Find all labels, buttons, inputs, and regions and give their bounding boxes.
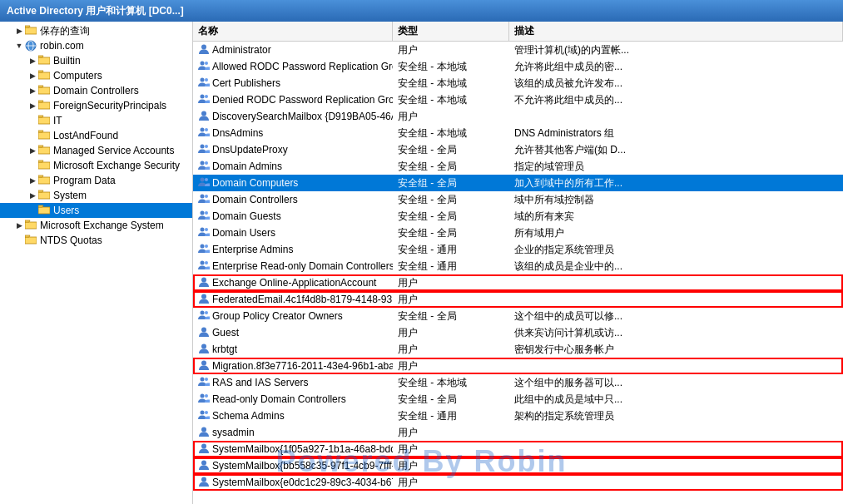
cell-type: 用户 [393,291,509,308]
cell-name-text: Group Policy Creator Owners [212,310,343,322]
table-row[interactable]: Group Policy Creator Owners安全组 - 全局这个组中的… [193,308,843,324]
table-row[interactable]: sysadmin用户 [193,424,843,441]
tree-label: Users [53,205,79,216]
tree-toggle[interactable] [27,205,38,216]
svg-point-7 [205,78,208,82]
cell-type: 安全组 - 本地域 [393,75,509,91]
tree-toggle[interactable]: ▶ [27,55,38,67]
svg-point-18 [205,178,208,181]
tree-toggle[interactable]: ▶ [27,70,38,82]
table-row[interactable]: Domain Users安全组 - 全局所有域用户 [193,225,843,241]
table-row[interactable]: Domain Admins安全组 - 全局指定的域管理员 [193,158,843,175]
tree-toggle[interactable]: ▶ [13,25,25,37]
table-row[interactable]: Migration.8f3e7716-2011-43e4-96b1-aba62d… [193,358,843,374]
table-row[interactable]: DiscoverySearchMailbox {D919BA05-46A6-41… [193,108,843,125]
cell-name: sysadmin [193,424,393,441]
tree-item-system[interactable]: ▶System [0,188,192,203]
user-icon [198,326,210,340]
tree-toggle[interactable] [27,160,38,171]
cell-desc [509,457,843,474]
table-row[interactable]: Enterprise Admins安全组 - 通用企业的指定系统管理员 [193,241,843,258]
table-row[interactable]: krbtgt用户密钥发行中心服务帐户 [193,341,843,358]
table-row[interactable]: SystemMailbox{1f05a927-1b1a-46a8-bdd5-93… [193,441,843,457]
tree-toggle[interactable] [27,130,38,141]
table-row[interactable]: SystemMailbox{e0dc1c29-89c3-4034-b678-e6… [193,474,843,491]
tree-item-computers[interactable]: ▶Computers [0,68,192,83]
table-row[interactable]: Exchange Online-ApplicationAccount用户 [193,274,843,291]
table-row[interactable]: DnsAdmins安全组 - 本地域DNS Administrators 组 [193,125,843,141]
tree-item-robin-com[interactable]: ▼robin.com [0,38,192,53]
group-icon [198,309,210,324]
tree-label: Computers [53,70,102,82]
cell-name-text: Denied RODC Password Replication Group [212,94,393,106]
table-row[interactable]: Allowed RODC Password Replication Group安… [193,58,843,75]
table-row[interactable]: Guest用户供来宾访问计算机或访... [193,324,843,341]
tree-item-builtin[interactable]: ▶Builtin [0,53,192,68]
svg-point-32 [205,311,208,314]
user-icon [198,110,210,124]
tree-item-managed-service[interactable]: ▶Managed Service Accounts [0,143,192,158]
table-row[interactable]: Enterprise Read-only Domain Controllers安… [193,258,843,274]
table-row[interactable]: Domain Computers安全组 - 全局加入到域中的所有工作... [193,175,843,191]
tree-toggle[interactable]: ▶ [27,85,38,96]
tree-toggle[interactable]: ▶ [27,145,38,156]
table-row[interactable]: Schema Admins安全组 - 通用架构的指定系统管理员 [193,408,843,424]
tree-item-ms-exchange-security[interactable]: Microsoft Exchange Security [0,158,192,173]
cell-name: Domain Controllers [193,191,393,208]
folder-icon [38,145,52,156]
cell-desc [509,108,843,125]
group-icon [198,393,210,407]
cell-type: 用户 [393,457,509,474]
tree-item-domain-controllers[interactable]: ▶Domain Controllers [0,83,192,98]
table-row[interactable]: Domain Controllers安全组 - 全局域中所有域控制器 [193,191,843,208]
table-row[interactable]: Domain Guests安全组 - 全局域的所有来宾 [193,208,843,225]
svg-point-5 [205,62,208,65]
tree-item-it[interactable]: IT [0,113,192,128]
table-row[interactable]: Denied RODC Password Replication Group安全… [193,91,843,108]
tree-toggle[interactable]: ▶ [13,220,25,231]
cell-desc: 域的所有来宾 [509,208,843,225]
cell-type: 用户 [393,341,509,358]
cell-name: Schema Admins [193,408,393,424]
svg-point-44 [201,460,206,465]
tree-toggle[interactable] [27,115,38,126]
svg-point-36 [201,377,205,381]
svg-point-28 [205,261,208,264]
cell-name: FederatedEmail.4c1f4d8b-8179-4148-93bf-0… [193,291,393,308]
group-icon [198,176,210,190]
cell-desc: 允许替其他客户端(如 D... [509,141,843,158]
cell-desc: 此组中的成员是域中只... [509,391,843,408]
svg-point-20 [205,195,208,198]
tree-item-ntds-quotas[interactable]: NTDS Quotas [0,233,192,248]
tree-toggle[interactable]: ▶ [27,175,38,186]
cell-name-text: FederatedEmail.4c1f4d8b-8179-4148-93bf-0… [212,294,393,305]
table-row[interactable]: Read-only Domain Controllers安全组 - 全局此组中的… [193,391,843,408]
tree-item-program-data[interactable]: ▶Program Data [0,173,192,188]
svg-point-45 [201,477,206,482]
table-row[interactable]: DnsUpdateProxy安全组 - 全局允许替其他客户端(如 D... [193,141,843,158]
tree-item-saved-queries[interactable]: ▶保存的查询 [0,23,192,38]
tree-toggle[interactable] [13,235,25,246]
col-header-desc[interactable]: 描述 [509,22,843,41]
group-icon [198,193,210,207]
tree-toggle[interactable]: ▶ [27,100,38,111]
user-icon [198,476,210,490]
tree-toggle[interactable]: ▼ [13,40,25,52]
tree-item-ms-exchange[interactable]: ▶Microsoft Exchange System [0,218,192,233]
cell-name: DiscoverySearchMailbox {D919BA05-46A6-41… [193,108,393,125]
cell-name-text: Schema Admins [212,410,285,422]
table-row[interactable]: Cert Publishers安全组 - 本地域该组的成员被允许发布... [193,75,843,91]
table-row[interactable]: RAS and IAS Servers安全组 - 本地域这个组中的服务器可以..… [193,374,843,391]
tree-item-foreign-security[interactable]: ▶ForeignSecurityPrincipals [0,98,192,113]
tree-toggle[interactable]: ▶ [27,190,38,201]
svg-point-17 [201,177,205,181]
table-row[interactable]: SystemMailbox{bb558c35-97f1-4cb9-7fff-d5… [193,457,843,474]
svg-point-43 [201,443,206,448]
col-header-name[interactable]: 名称 [193,22,393,41]
table-row[interactable]: FederatedEmail.4c1f4d8b-8179-4148-93bf-0… [193,291,843,308]
table-row[interactable]: Administrator用户管理计算机(域)的内置帐... [193,42,843,58]
user-icon [198,459,210,473]
tree-item-lost-and-found[interactable]: LostAndFound [0,128,192,143]
col-header-type[interactable]: 类型 [393,22,509,41]
tree-item-users[interactable]: Users [0,203,192,218]
